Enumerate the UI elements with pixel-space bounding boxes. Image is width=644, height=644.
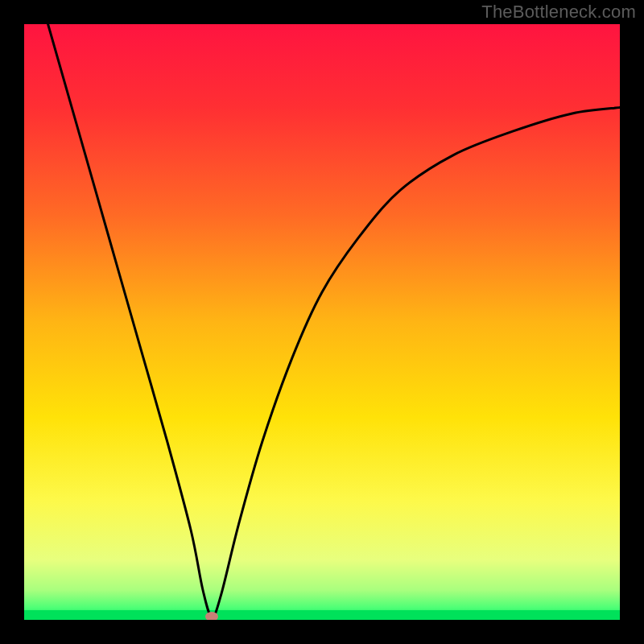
- curve-svg: [24, 24, 620, 620]
- optimal-point-marker: [205, 612, 218, 620]
- chart-frame: TheBottleneck.com: [0, 0, 644, 644]
- bottleneck-curve: [48, 24, 620, 617]
- watermark-text: TheBottleneck.com: [481, 2, 636, 23]
- plot-area: [24, 24, 620, 620]
